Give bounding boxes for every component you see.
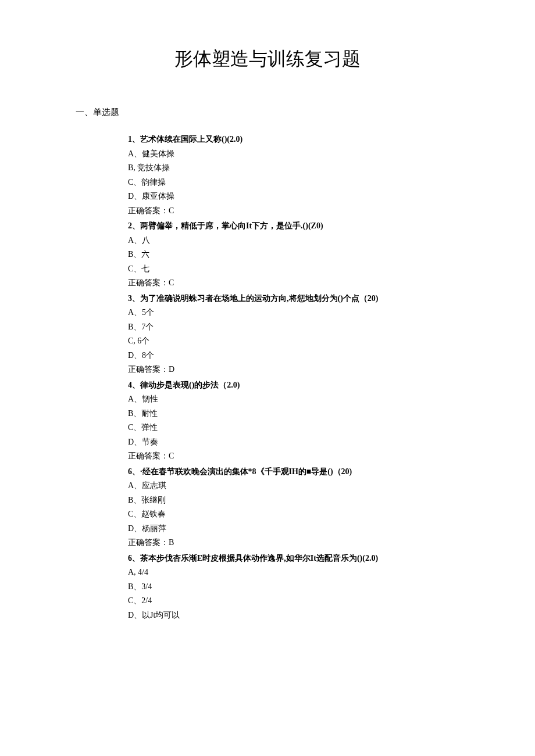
option: A、应志琪 bbox=[128, 479, 477, 493]
questions-container: 1、艺术体续在国际上又称()(2.0) A、健美体操 B, 竞技体操 C、韵律操… bbox=[128, 132, 477, 622]
option: D、杨丽萍 bbox=[128, 522, 477, 536]
question-text: 6、茶本步伐杏乐渐E时皮根据具体动作逸界,如华尔It选配音乐为()(2.0) bbox=[128, 551, 477, 566]
question-body: 、律动步是表现()的步法（2.0) bbox=[132, 381, 240, 389]
option: B、六 bbox=[128, 248, 477, 262]
option: C、弹性 bbox=[128, 421, 477, 435]
option: C、赵铁春 bbox=[128, 507, 477, 522]
option: D、8个 bbox=[128, 349, 477, 363]
answer: 正确答案：C bbox=[128, 276, 477, 291]
option: A、八 bbox=[128, 234, 477, 248]
section-header: 一、单选题 bbox=[76, 107, 477, 118]
question-body: 、两臂偏举，精低于席，掌心向It下方，是位手.()(Z0) bbox=[132, 221, 323, 230]
question-number: 6 bbox=[128, 554, 132, 562]
question-body: 、艺术体续在国际上又称()(2.0) bbox=[132, 135, 242, 144]
option: C, 6个 bbox=[128, 334, 477, 349]
option: B、张继刚 bbox=[128, 493, 477, 508]
page-title: 形体塑造与训练复习题 bbox=[58, 46, 477, 72]
option: A、健美体操 bbox=[128, 147, 477, 162]
question-body: 、茶本步伐杏乐渐E时皮根据具体动作逸界,如华尔It选配音乐为()(2.0) bbox=[132, 554, 378, 562]
option: C、韵律操 bbox=[128, 175, 477, 190]
question-number: 4 bbox=[128, 381, 132, 389]
option: A、韧性 bbox=[128, 392, 477, 407]
option: C、七 bbox=[128, 262, 477, 277]
option: A、5个 bbox=[128, 306, 477, 320]
option: D、节奏 bbox=[128, 435, 477, 450]
option: B、耐性 bbox=[128, 407, 477, 421]
option: A, 4/4 bbox=[128, 565, 477, 580]
answer: 正确答案：C bbox=[128, 204, 477, 218]
question-number: 1 bbox=[128, 135, 132, 144]
question-body: 、·经在春节联欢晚会演出的集体*8《千手观IH的■导是()（20) bbox=[132, 467, 352, 476]
option: C、2/4 bbox=[128, 594, 477, 608]
answer: 正确答案：C bbox=[128, 449, 477, 464]
option: D、以Jt均可以 bbox=[128, 608, 477, 623]
question-number: 3 bbox=[128, 294, 132, 303]
question-text: 1、艺术体续在国际上又称()(2.0) bbox=[128, 132, 477, 147]
option: B、7个 bbox=[128, 320, 477, 335]
question-text: 3、为了准确说明蛛习者在场地上的运动方向,将惩地划分为()个点（20) bbox=[128, 292, 477, 306]
question-number: 2 bbox=[128, 221, 132, 230]
answer: 正确答案：D bbox=[128, 363, 477, 377]
question-text: 6、·经在春节联欢晚会演出的集体*8《千手观IH的■导是()（20) bbox=[128, 465, 477, 479]
question-number: 6 bbox=[128, 467, 132, 476]
option: B、3/4 bbox=[128, 580, 477, 594]
option: B, 竞技体操 bbox=[128, 161, 477, 175]
option: D、康亚体操 bbox=[128, 189, 477, 204]
answer: 正确答案：B bbox=[128, 536, 477, 550]
question-text: 4、律动步是表现()的步法（2.0) bbox=[128, 378, 477, 393]
question-body: 、为了准确说明蛛习者在场地上的运动方向,将惩地划分为()个点（20) bbox=[132, 294, 379, 303]
question-text: 2、两臂偏举，精低于席，掌心向It下方，是位手.()(Z0) bbox=[128, 219, 477, 234]
